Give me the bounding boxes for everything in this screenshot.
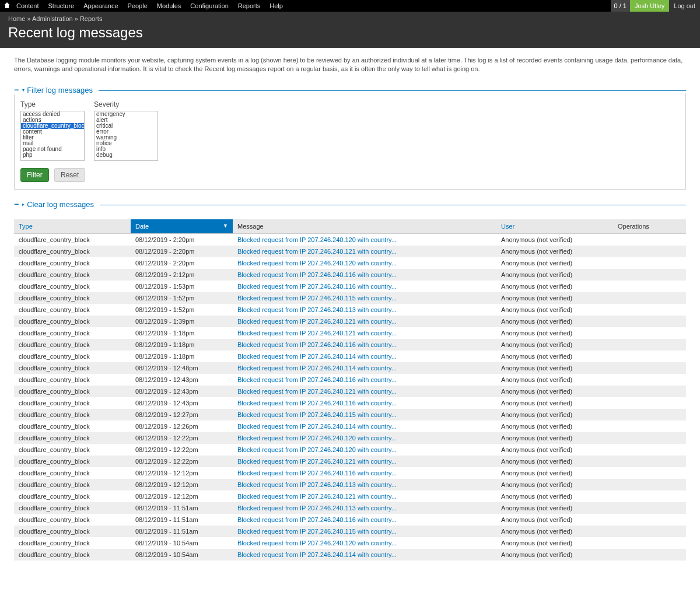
user-name[interactable]: Josh Utley [630, 0, 669, 12]
cell-operations [613, 432, 686, 444]
cell-operations [613, 362, 686, 374]
admin-menu-item[interactable]: Reports [233, 0, 265, 12]
col-header-user[interactable]: User [496, 219, 613, 234]
log-message-link[interactable]: Blocked request from IP 207.246.240.121 … [237, 493, 397, 500]
admin-menu-item[interactable]: Structure [44, 0, 79, 12]
severity-select[interactable]: emergencyalertcriticalerrorwarningnotice… [94, 111, 158, 161]
log-message-link[interactable]: Blocked request from IP 207.246.240.120 … [237, 540, 397, 547]
cell-message: Blocked request from IP 207.246.240.116 … [233, 281, 496, 292]
log-message-link[interactable]: Blocked request from IP 207.246.240.115 … [237, 528, 397, 535]
log-message-link[interactable]: Blocked request from IP 207.246.240.121 … [237, 248, 397, 255]
shortcut-counter[interactable]: 0 / 1 [611, 0, 630, 12]
log-message-link[interactable]: Blocked request from IP 207.246.240.120 … [237, 446, 397, 453]
cell-message: Blocked request from IP 207.246.240.116 … [233, 514, 496, 526]
severity-option[interactable]: debug [94, 152, 158, 158]
log-message-link[interactable]: Blocked request from IP 207.246.240.114 … [237, 551, 397, 558]
admin-menu-item[interactable]: Content [12, 0, 44, 12]
cell-operations [613, 374, 686, 386]
logout-link[interactable]: Log out [669, 0, 700, 12]
log-message-link[interactable]: Blocked request from IP 207.246.240.116 … [237, 283, 397, 290]
log-message-link[interactable]: Blocked request from IP 207.246.240.114 … [237, 353, 397, 360]
cell-date: 08/12/2019 - 1:18pm [131, 327, 233, 339]
log-message-link[interactable]: Blocked request from IP 207.246.240.116 … [237, 400, 397, 407]
admin-menu-item[interactable]: People [123, 0, 152, 12]
severity-label: Severity [94, 100, 158, 108]
filter-button[interactable]: Filter [20, 168, 49, 182]
cell-type: cloudflare_country_block [14, 327, 131, 339]
cell-operations [613, 479, 686, 491]
breadcrumb-link[interactable]: Home [8, 15, 25, 22]
cell-type: cloudflare_country_block [14, 257, 131, 269]
cell-date: 08/12/2019 - 2:20pm [131, 246, 233, 257]
log-message-link[interactable]: Blocked request from IP 207.246.240.121 … [237, 388, 397, 395]
log-message-link[interactable]: Blocked request from IP 207.246.240.114 … [237, 365, 397, 372]
log-message-link[interactable]: Blocked request from IP 207.246.240.114 … [237, 423, 397, 430]
page-title-bar: Recent log messages [0, 24, 700, 48]
clear-log-fieldset: − ▸ Clear log messages [14, 200, 686, 209]
log-message-link[interactable]: Blocked request from IP 207.246.240.116 … [237, 470, 397, 477]
collapse-icon: − [14, 86, 19, 94]
cell-operations [613, 316, 686, 327]
cell-operations [613, 292, 686, 304]
cell-type: cloudflare_country_block [14, 281, 131, 292]
log-message-link[interactable]: Blocked request from IP 207.246.240.121 … [237, 330, 397, 337]
log-message-link[interactable]: Blocked request from IP 207.246.240.113 … [237, 481, 397, 488]
log-message-link[interactable]: Blocked request from IP 207.246.240.116 … [237, 376, 397, 383]
log-message-link[interactable]: Blocked request from IP 207.246.240.120 … [237, 260, 397, 267]
cell-operations [613, 444, 686, 456]
cell-operations [613, 502, 686, 514]
log-message-link[interactable]: Blocked request from IP 207.246.240.113 … [237, 306, 397, 313]
home-icon[interactable] [2, 2, 12, 10]
log-message-link[interactable]: Blocked request from IP 207.246.240.120 … [237, 236, 397, 243]
log-message-link[interactable]: Blocked request from IP 207.246.240.115 … [237, 295, 397, 302]
filter-toggle[interactable]: − ▾ Filter log messages [14, 86, 95, 94]
admin-menu-item[interactable]: Help [265, 0, 288, 12]
cell-operations [613, 386, 686, 397]
cell-message: Blocked request from IP 207.246.240.116 … [233, 339, 496, 351]
cell-message: Blocked request from IP 207.246.240.116 … [233, 467, 496, 479]
cell-message: Blocked request from IP 207.246.240.121 … [233, 246, 496, 257]
table-row: cloudflare_country_block08/12/2019 - 10:… [14, 549, 686, 561]
log-message-link[interactable]: Blocked request from IP 207.246.240.116 … [237, 271, 397, 278]
col-header-message: Message [233, 219, 496, 234]
clear-log-legend-label: Clear log messages [27, 200, 94, 209]
table-row: cloudflare_country_block08/12/2019 - 12:… [14, 467, 686, 479]
page-description: The Database logging module monitors you… [14, 56, 686, 74]
table-row: cloudflare_country_block08/12/2019 - 11:… [14, 526, 686, 537]
log-message-link[interactable]: Blocked request from IP 207.246.240.115 … [237, 411, 397, 418]
log-message-link[interactable]: Blocked request from IP 207.246.240.120 … [237, 435, 397, 442]
admin-menu-item[interactable]: Configuration [186, 0, 233, 12]
cell-type: cloudflare_country_block [14, 479, 131, 491]
cell-user: Anonymous (not verified) [496, 537, 613, 549]
table-row: cloudflare_country_block08/12/2019 - 12:… [14, 397, 686, 409]
cell-type: cloudflare_country_block [14, 421, 131, 432]
admin-menu-item[interactable]: Appearance [79, 0, 123, 12]
cell-date: 08/12/2019 - 1:18pm [131, 351, 233, 362]
log-message-link[interactable]: Blocked request from IP 207.246.240.121 … [237, 458, 397, 465]
cell-user: Anonymous (not verified) [496, 386, 613, 397]
cell-type: cloudflare_country_block [14, 292, 131, 304]
cell-operations [613, 351, 686, 362]
log-message-link[interactable]: Blocked request from IP 207.246.240.113 … [237, 505, 397, 512]
log-message-link[interactable]: Blocked request from IP 207.246.240.116 … [237, 516, 397, 523]
clear-log-toggle[interactable]: − ▸ Clear log messages [14, 200, 96, 209]
type-select[interactable]: access deniedactionscloudflare_country_b… [20, 111, 85, 161]
cell-operations [613, 421, 686, 432]
admin-menu-item[interactable]: Modules [152, 0, 186, 12]
cell-user: Anonymous (not verified) [496, 281, 613, 292]
type-option[interactable]: php [21, 152, 84, 158]
cell-date: 08/12/2019 - 11:51am [131, 502, 233, 514]
log-message-link[interactable]: Blocked request from IP 207.246.240.121 … [237, 318, 397, 325]
col-header-date[interactable]: Date▼ [131, 219, 233, 234]
log-message-link[interactable]: Blocked request from IP 207.246.240.116 … [237, 341, 397, 348]
breadcrumb-link[interactable]: Reports [80, 15, 103, 22]
cell-type: cloudflare_country_block [14, 233, 131, 246]
log-table: Type Date▼ Message User Operations cloud… [14, 219, 686, 561]
reset-button[interactable]: Reset [54, 168, 85, 182]
col-header-operations: Operations [613, 219, 686, 234]
table-row: cloudflare_country_block08/12/2019 - 2:1… [14, 269, 686, 281]
breadcrumb-link[interactable]: Administration [32, 15, 73, 22]
col-header-type[interactable]: Type [14, 219, 131, 234]
cell-date: 08/12/2019 - 12:43pm [131, 386, 233, 397]
cell-operations [613, 246, 686, 257]
